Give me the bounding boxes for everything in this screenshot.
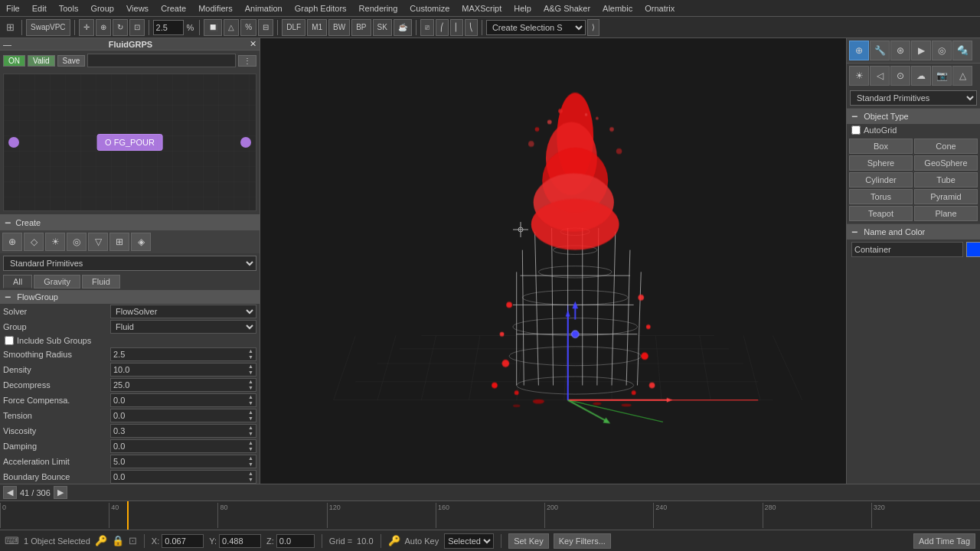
menu-create[interactable]: Create — [155, 2, 192, 15]
tab-all[interactable]: All — [3, 275, 32, 289]
obj-type-box[interactable]: Box — [849, 139, 913, 154]
create-sys-btn[interactable]: ◈ — [131, 233, 151, 251]
param-input-4[interactable] — [113, 411, 167, 420]
render-btn[interactable]: ⎚ — [420, 19, 434, 36]
select-tool[interactable]: ✛ — [79, 19, 94, 36]
flowgroup-title[interactable]: − FlowGroup — [0, 290, 260, 304]
obj-type-sphere[interactable]: Sphere — [849, 155, 913, 171]
modify-tab-btn[interactable]: 🔧 — [870, 41, 890, 60]
create-dropdown[interactable]: Standard Primitives — [3, 256, 256, 271]
rotate-tool[interactable]: ↻ — [113, 19, 128, 36]
param-input-7[interactable] — [113, 457, 167, 466]
param-input-8[interactable] — [113, 472, 167, 481]
create-space-btn[interactable]: ⊞ — [109, 233, 129, 251]
obj-type-minus[interactable]: − — [851, 110, 858, 122]
create-camera-btn[interactable]: ◎ — [67, 233, 87, 251]
tl-prev-btn[interactable]: ◀ — [3, 486, 17, 499]
hierarchy-tab-btn[interactable]: ⊛ — [890, 41, 910, 60]
create-minus[interactable]: − — [5, 217, 11, 229]
create-light-btn[interactable]: ☀ — [45, 233, 65, 251]
swap-vpc-button[interactable]: SwapVPC — [26, 19, 70, 36]
param-spinner-7[interactable]: ▲▼ — [248, 455, 253, 468]
menu-group[interactable]: Group — [84, 2, 120, 15]
bw-btn[interactable]: BW — [328, 19, 350, 36]
fluid-name-input[interactable] — [87, 54, 236, 67]
snap-toggle[interactable]: 🔲 — [204, 19, 222, 36]
bp-btn[interactable]: BP — [351, 19, 371, 36]
param-spinner-2[interactable]: ▲▼ — [248, 379, 253, 391]
motion-tab-btn[interactable]: ▶ — [911, 41, 931, 60]
autokey-select[interactable]: Selected — [444, 533, 494, 549]
percent-snap[interactable]: % — [240, 19, 256, 36]
fluid-valid-button[interactable]: Valid — [28, 55, 55, 67]
param-input-5[interactable] — [113, 426, 167, 435]
param-spinner-5[interactable]: ▲▼ — [248, 425, 253, 437]
menu-animation[interactable]: Animation — [239, 2, 289, 15]
menu-alembic[interactable]: Alembic — [596, 2, 639, 15]
param-input-2[interactable] — [113, 380, 167, 390]
color-swatch[interactable] — [966, 242, 980, 257]
spot-light-btn[interactable]: ◁ — [870, 66, 890, 86]
scale-tool[interactable]: ⊡ — [129, 19, 145, 36]
menu-ornatrix[interactable]: Ornatrix — [639, 2, 681, 15]
obj-type-torus[interactable]: Torus — [849, 189, 913, 204]
sky-light-btn[interactable]: ☁ — [911, 66, 931, 86]
tl-tick-40[interactable]: 40 — [109, 503, 217, 528]
param-spinner-1[interactable]: ▲▼ — [248, 364, 253, 376]
create-helper-btn[interactable]: ▽ — [88, 233, 108, 251]
x-input[interactable] — [162, 534, 204, 548]
z-input[interactable] — [276, 534, 315, 548]
group-select[interactable]: Fluid — [110, 320, 256, 334]
status-lock-icon[interactable]: 🔒 — [112, 535, 124, 546]
param-spinner-4[interactable]: ▲▼ — [248, 409, 253, 422]
display-tab-btn[interactable]: ◎ — [932, 41, 952, 60]
param-spinner-6[interactable]: ▲▼ — [248, 440, 253, 452]
viewport[interactable] — [260, 38, 846, 484]
create-sel-btn[interactable]: ⟩ — [587, 19, 599, 36]
solver-select[interactable]: FlowSolver — [110, 305, 256, 318]
create-shape-btn[interactable]: ◇ — [24, 233, 44, 251]
add-time-tag-button[interactable]: Add Time Tag — [913, 533, 975, 549]
menu-maxscript[interactable]: MAXScript — [456, 2, 508, 15]
include-sub-checkbox[interactable] — [5, 336, 14, 345]
undo-btn[interactable]: DLF — [282, 19, 305, 36]
obj-type-geosphere[interactable]: GeoSphere — [914, 155, 978, 171]
tab-gravity[interactable]: Gravity — [34, 275, 80, 289]
obj-type-cone[interactable]: Cone — [914, 139, 978, 154]
tl-tick-280[interactable]: 280 — [763, 503, 871, 528]
menu-rendering[interactable]: Rendering — [353, 2, 404, 15]
param-input-6[interactable] — [113, 442, 167, 451]
tl-tick-320[interactable]: 320 — [871, 503, 980, 528]
autogrid-checkbox[interactable] — [851, 126, 861, 135]
menu-modifiers[interactable]: Modifiers — [192, 2, 239, 15]
angle-snap[interactable]: △ — [224, 19, 239, 36]
create-tab-btn[interactable]: ⊕ — [849, 41, 869, 60]
utilities-tab-btn[interactable]: 🔩 — [952, 41, 972, 60]
object-name-input[interactable] — [851, 242, 963, 257]
obj-type-tube[interactable]: Tube — [914, 172, 978, 187]
fluid-options-button[interactable]: ⋮ — [238, 55, 256, 67]
flowgroup-minus[interactable]: − — [5, 291, 11, 303]
menu-file[interactable]: File — [0, 2, 26, 15]
obj-type-cylinder[interactable]: Cylinder — [849, 172, 913, 187]
menu-customize[interactable]: Customize — [403, 2, 456, 15]
param-input-3[interactable] — [113, 396, 167, 405]
y-input[interactable] — [219, 534, 261, 548]
create-geo-btn[interactable]: ⊕ — [2, 233, 22, 251]
menu-edit[interactable]: Edit — [26, 2, 53, 15]
object-type-section[interactable]: − Object Type — [847, 108, 980, 124]
tab-fluid[interactable]: Fluid — [82, 275, 120, 289]
primitives-dropdown[interactable]: Standard Primitives — [850, 90, 977, 106]
fluid-close[interactable]: ✕ — [250, 39, 256, 49]
move-tool[interactable]: ⊕ — [96, 19, 111, 36]
camera-btn2[interactable]: 📷 — [932, 66, 952, 86]
render3-btn[interactable]: ⎜ — [450, 19, 463, 36]
dir-light-btn[interactable]: ⊙ — [890, 66, 910, 86]
param-input-1[interactable] — [113, 365, 167, 374]
key-lock-icon[interactable]: 🔑 — [388, 535, 400, 546]
menu-help[interactable]: Help — [508, 2, 537, 15]
fluid-save-button[interactable]: Save — [57, 55, 86, 67]
param-spinner-8[interactable]: ▲▼ — [248, 471, 253, 483]
sk-btn[interactable]: SK — [373, 19, 392, 36]
fluid-on-button[interactable]: ON — [3, 55, 25, 67]
